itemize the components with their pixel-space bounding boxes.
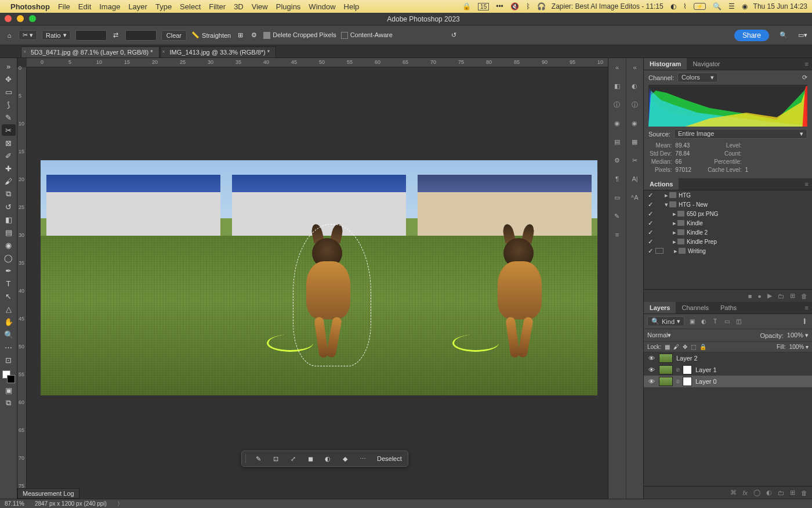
lock-icon[interactable]: 🔒 xyxy=(462,2,471,10)
crop-settings-icon[interactable]: ⚙ xyxy=(249,31,259,39)
wifi-icon[interactable]: ⌇ xyxy=(683,2,687,10)
crop-tool[interactable]: ✂ xyxy=(2,124,16,136)
modify-selection-icon[interactable]: ⊡ xyxy=(270,453,281,464)
menu-3d[interactable]: 3D xyxy=(234,2,244,11)
panel-menu-icon[interactable]: ≡ xyxy=(802,178,812,190)
link-layers-icon[interactable]: ⌘ xyxy=(730,489,737,496)
invert-selection-icon[interactable]: ⤢ xyxy=(288,453,298,464)
filter-type-icon[interactable]: T xyxy=(711,318,719,326)
clear-button[interactable]: Clear xyxy=(161,30,187,41)
collapse-left-icon[interactable]: « xyxy=(611,62,623,73)
layer-fx-icon[interactable]: fx xyxy=(742,489,748,496)
menu-help[interactable]: Help xyxy=(344,2,360,11)
close-tab-icon[interactable]: × xyxy=(23,49,26,55)
libraries-panel-icon[interactable]: ▤ xyxy=(611,136,623,147)
ruler-horizontal[interactable]: 0510152025303540455055606570758085909510 xyxy=(27,58,608,67)
paragraph-panel-icon[interactable]: ¶ xyxy=(611,173,623,185)
lasso-tool[interactable]: ⟆ xyxy=(2,99,16,110)
adjustment-layer-icon[interactable]: ◐ xyxy=(766,489,772,496)
styles-panel-icon[interactable]: ≡ xyxy=(611,229,623,240)
layer-filter-kind[interactable]: 🔍Kind ▾ xyxy=(647,316,684,326)
doc-dimensions[interactable]: 2847 px x 1200 px (240 ppi) xyxy=(35,500,107,507)
home-icon[interactable]: ⌂ xyxy=(5,32,14,39)
zoom-window[interactable] xyxy=(29,15,36,22)
measurement-log-tab[interactable]: Measurement Log xyxy=(17,488,79,499)
brushes-panel-icon[interactable]: ✎ xyxy=(611,210,623,222)
pen-tool[interactable]: ✒ xyxy=(2,265,16,276)
frame-tool[interactable]: ⊠ xyxy=(2,137,16,149)
action-item[interactable]: ✓▸Kindle xyxy=(644,218,812,228)
tool-presets-icon[interactable]: ✂ xyxy=(629,154,640,166)
edit-toolbar-icon[interactable]: ⊡ xyxy=(2,354,16,366)
filter-toggle-icon[interactable]: ⏽ xyxy=(800,318,809,326)
tab-navigator[interactable]: Navigator xyxy=(687,58,726,70)
ratio-select[interactable]: Ratio ▾ xyxy=(42,30,71,40)
action-item[interactable]: ✓▸Kindle Prep xyxy=(644,237,812,246)
menu-file[interactable]: File xyxy=(58,2,70,11)
tab-layers[interactable]: Layers xyxy=(644,302,676,314)
type-tool[interactable]: T xyxy=(2,278,16,289)
patterns-panel-icon[interactable]: ▦ xyxy=(629,136,640,147)
visibility-icon[interactable]: 👁 xyxy=(647,378,655,385)
fill-value[interactable]: 100% ▾ xyxy=(789,344,809,350)
panel-menu-icon[interactable]: ≡ xyxy=(802,58,812,70)
action-item[interactable]: ✓▸Kindle 2 xyxy=(644,228,812,237)
char-styles-icon[interactable]: ᴬA xyxy=(629,192,640,203)
info-panel-icon[interactable]: ⓘ xyxy=(629,99,640,110)
share-button[interactable]: Share xyxy=(734,30,769,41)
menu-window[interactable]: Window xyxy=(309,2,335,11)
action-item[interactable]: ✓▸Writing xyxy=(644,246,812,255)
app-name[interactable]: Photoshop xyxy=(10,2,50,11)
fill-icon[interactable]: ◆ xyxy=(340,453,350,464)
filter-adjust-icon[interactable]: ◐ xyxy=(699,318,708,326)
workspace-icon[interactable]: ▭▾ xyxy=(798,31,807,39)
action-item[interactable]: ✓▾HTG - New xyxy=(644,200,812,209)
eraser-tool[interactable]: ◧ xyxy=(2,214,16,225)
crop-tool-preset[interactable]: ✂ ▾ xyxy=(19,30,37,40)
tab-histogram[interactable]: Histogram xyxy=(644,58,687,70)
moon-icon[interactable]: ◐ xyxy=(670,2,676,10)
more-options-icon[interactable]: ⋯ xyxy=(357,453,368,464)
path-select-tool[interactable]: ↖ xyxy=(2,290,16,302)
source-select[interactable]: Entire Image▾ xyxy=(674,129,807,139)
hand-tool[interactable]: ✋ xyxy=(2,316,16,327)
layer-row[interactable]: 👁⎚Layer 0 xyxy=(644,376,812,387)
menu-image[interactable]: Image xyxy=(99,2,120,11)
headphones-icon[interactable]: 🎧 xyxy=(537,2,546,10)
bluetooth-icon[interactable]: ᛒ xyxy=(526,2,530,10)
collapse-toolbar-icon[interactable]: » xyxy=(2,60,16,72)
more-icon[interactable]: ••• xyxy=(496,2,503,10)
lock-image-icon[interactable]: 🖌 xyxy=(673,344,679,350)
brush-tool[interactable]: 🖌 xyxy=(2,175,16,187)
shape-tool[interactable]: △ xyxy=(2,303,16,315)
select-subject-icon[interactable]: ✎ xyxy=(253,453,263,464)
mask-icon[interactable]: ◼ xyxy=(305,453,316,464)
layer-row[interactable]: 👁⎚Layer 1 xyxy=(644,364,812,376)
action-item[interactable]: ✓▸650 px PNG xyxy=(644,209,812,218)
lock-nest-icon[interactable]: ⬚ xyxy=(691,344,696,350)
straighten-button[interactable]: 📏Straighten xyxy=(191,31,231,39)
new-set-icon[interactable]: 🗀 xyxy=(778,293,784,300)
menu-view[interactable]: View xyxy=(252,2,268,11)
overlay-grid-icon[interactable]: ⊞ xyxy=(235,31,245,39)
delete-cropped-checkbox[interactable]: Delete Cropped Pixels xyxy=(263,31,336,39)
toolbar-more-icon[interactable]: ⋯ xyxy=(2,341,16,353)
visibility-icon[interactable]: 👁 xyxy=(647,355,655,362)
menu-select[interactable]: Select xyxy=(180,2,201,11)
close-window[interactable] xyxy=(5,15,12,22)
filter-smart-icon[interactable]: ◫ xyxy=(734,318,742,326)
filter-pixel-icon[interactable]: ▣ xyxy=(688,318,696,326)
screen-mode-icon[interactable]: ⧉ xyxy=(2,397,16,409)
panel-menu-icon[interactable]: ≡ xyxy=(802,302,812,314)
glyphs-panel-icon[interactable]: ▭ xyxy=(611,192,623,203)
deselect-button[interactable]: Deselect xyxy=(375,455,404,462)
quick-mask-icon[interactable]: ▣ xyxy=(2,384,16,396)
swatches-panel-icon[interactable]: ◉ xyxy=(611,117,623,129)
new-layer-icon[interactable]: ⊞ xyxy=(790,489,795,496)
tab-paths[interactable]: Paths xyxy=(715,302,742,314)
menu-plugins[interactable]: Plugins xyxy=(276,2,301,11)
action-item[interactable]: ✓▸HTG xyxy=(644,190,812,200)
properties-panel-icon[interactable]: ⓘ xyxy=(611,99,623,110)
tab-actions[interactable]: Actions xyxy=(644,178,679,190)
filter-shape-icon[interactable]: ▭ xyxy=(723,318,731,326)
